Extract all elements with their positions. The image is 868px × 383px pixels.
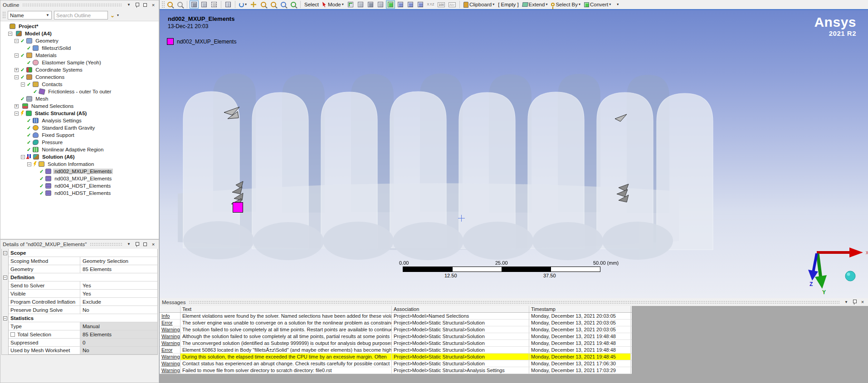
panel-menu-icon[interactable]: ▼ [843, 299, 849, 305]
toolbar-overflow-icon[interactable]: ▾ [117, 14, 119, 17]
rotate-icon[interactable]: ▾ [238, 0, 248, 9]
message-severity[interactable]: Warning [160, 340, 180, 346]
extend-button[interactable]: Extend ▾ [521, 0, 549, 9]
close-icon[interactable]: × [150, 2, 156, 8]
panel-menu-icon[interactable]: ▼ [126, 2, 132, 8]
select-face-icon[interactable] [366, 0, 375, 9]
message-severity[interactable]: Error [160, 347, 180, 353]
message-row[interactable]: ErrorThe solver engine was unable to con… [160, 320, 632, 326]
property-value[interactable]: 85 Elements [80, 265, 157, 273]
annotation-abc-icon[interactable]: Abc [447, 0, 457, 9]
details-row-type[interactable]: TypeManual [1, 322, 158, 330]
tree-item-nd001-hdst-elements[interactable]: ✓nd001_HDST_Elements [0, 189, 159, 197]
collapse-icon[interactable]: − [21, 155, 25, 159]
search-options-icon[interactable]: ⌄ [110, 13, 115, 18]
property-value[interactable]: No [80, 306, 157, 314]
select-edge-icon[interactable] [356, 0, 365, 9]
property-value[interactable]: Yes [80, 281, 157, 290]
tree-item-materials[interactable]: −✓Materials [0, 52, 159, 59]
convert-button[interactable]: Convert ▾ [583, 0, 612, 9]
pin-icon[interactable] [851, 299, 858, 305]
tree-item-elastomer-sample-yeoh[interactable]: ✓Elastomer Sample (Yeoh) [0, 59, 159, 66]
outline-filter-dropdown[interactable]: Name ▼ [8, 11, 52, 19]
tree-item-fixed-support[interactable]: ✓Fixed Support [0, 131, 159, 139]
select-vertex-icon[interactable] [346, 0, 355, 9]
details-row-preserve-during-solve[interactable]: Preserve During SolveNo [1, 306, 158, 314]
column-header-severity[interactable] [160, 306, 180, 312]
maximize-icon[interactable] [142, 241, 148, 247]
close-icon[interactable]: × [859, 299, 866, 305]
message-row[interactable]: InfoElement violations were found by the… [160, 313, 632, 320]
column-header-text[interactable]: Text [180, 306, 392, 312]
tree-item-fillets-z-solid[interactable]: ✓filletsız\Solid [0, 44, 159, 52]
message-row[interactable]: WarningContact status has experienced an… [160, 360, 632, 367]
section-plane-icon[interactable] [224, 0, 233, 9]
select-node-icon[interactable] [396, 0, 405, 9]
coordinate-pick-icon[interactable]: X.Y.Z [426, 0, 435, 9]
tree-item-named-selections[interactable]: +Named Selections [0, 102, 159, 110]
maximize-icon[interactable] [142, 2, 148, 8]
tree-item-project[interactable]: Project* [0, 23, 159, 30]
magnifier-window-icon[interactable] [289, 0, 298, 9]
tree-item-nd004-hdst-elements[interactable]: ✓nd004_HDST_Elements [0, 182, 159, 189]
column-header-timestamp[interactable]: Timestamp [529, 306, 631, 312]
expand-icon[interactable]: + [15, 104, 19, 108]
tree-item-static-structural-a5[interactable]: −Static Structural (A5) [0, 110, 159, 117]
checkbox[interactable] [10, 332, 15, 337]
tree-item-model-a4[interactable]: −Model (A4) [0, 30, 159, 37]
message-row[interactable]: ErrorElement 50863 located in Body "fill… [160, 347, 632, 354]
zoom-to-fit-icon[interactable] [166, 0, 175, 9]
select-by-button[interactable]: Select By ▾ [550, 0, 582, 9]
message-severity[interactable]: Warning [160, 333, 180, 339]
tree-item-connections[interactable]: −✓Connections [0, 73, 159, 81]
tree-item-nd003-mxup-elements[interactable]: ✓nd003_MXUP_Elements [0, 175, 159, 182]
box-zoom-icon[interactable] [269, 0, 278, 9]
details-row-used-by-mesh-worksheet[interactable]: Used by Mesh WorksheetNo [1, 347, 158, 355]
message-row[interactable]: WarningThe solution failed to solve comp… [160, 326, 632, 333]
message-row[interactable]: WarningDuring this solution, the elapsed… [160, 354, 632, 360]
select-mesh-icon[interactable] [386, 0, 395, 9]
details-row-send-to-solver[interactable]: Send to SolverYes [1, 281, 158, 290]
details-row-suppressed[interactable]: Suppressed0 [1, 339, 158, 347]
tree-item-mesh[interactable]: ✓Mesh [0, 95, 159, 102]
tree-item-pressure[interactable]: ✓Pressure [0, 139, 159, 146]
message-severity[interactable]: Warning [160, 367, 180, 373]
tree-item-nd002-mxup-elements[interactable]: ✓nd002_MXUP_Elements [0, 168, 159, 175]
select-body-icon[interactable] [376, 0, 385, 9]
select-element-icon[interactable] [416, 0, 425, 9]
tree-item-geometry[interactable]: −✓Geometry [0, 37, 159, 44]
toolbar-overflow-icon[interactable]: ▾ [613, 0, 622, 9]
fit-icon[interactable] [279, 0, 288, 9]
message-severity[interactable]: Info [160, 313, 180, 319]
orientation-triad[interactable]: x Y Z [806, 239, 868, 296]
details-row-scoping-method[interactable]: Scoping MethodGeometry Selection [1, 257, 158, 265]
collapse-icon[interactable]: − [15, 53, 19, 58]
label-100-icon[interactable]: 100 [436, 0, 446, 9]
details-row-program-controlled-inflation[interactable]: Program Controlled InflationExclude [1, 298, 158, 306]
collapse-icon[interactable]: − [21, 82, 25, 87]
message-row[interactable]: WarningAlthough the solution failed to s… [160, 333, 632, 340]
tree-item-nonlinear-adaptive-region[interactable]: ✓Nonlinear Adaptive Region [0, 146, 159, 153]
tree-item-analysis-settings[interactable]: ✓Analysis Settings [0, 117, 159, 124]
tree-item-coordinate-systems[interactable]: +✓Coordinate Systems [0, 66, 159, 73]
zoom-back-icon[interactable] [176, 0, 185, 9]
toolbar-drag-handle[interactable] [2, 11, 5, 19]
collapse-icon[interactable]: − [15, 75, 19, 79]
show-mesh-icon[interactable] [210, 0, 219, 9]
pin-icon[interactable] [134, 241, 140, 247]
panel-menu-icon[interactable]: ▼ [126, 241, 132, 247]
property-value[interactable]: Yes [80, 290, 157, 298]
pan-icon[interactable] [249, 0, 258, 9]
close-icon[interactable]: × [150, 241, 156, 247]
message-severity[interactable]: Warning [160, 360, 180, 367]
collapse-icon[interactable]: − [27, 162, 31, 166]
message-severity[interactable]: Warning [160, 354, 180, 360]
collapse-icon[interactable]: − [8, 32, 12, 36]
details-row-visible[interactable]: VisibleYes [1, 290, 158, 298]
details-row-total-selection[interactable]: Total Selection85 Elements [1, 330, 158, 339]
details-row-geometry[interactable]: Geometry85 Elements [1, 265, 158, 273]
collapse-icon[interactable]: − [3, 276, 7, 280]
wireframe-icon[interactable] [200, 0, 209, 9]
tree-item-solution-a6[interactable]: −Solution (A6) [0, 153, 159, 160]
property-value[interactable]: Geometry Selection [80, 257, 157, 265]
